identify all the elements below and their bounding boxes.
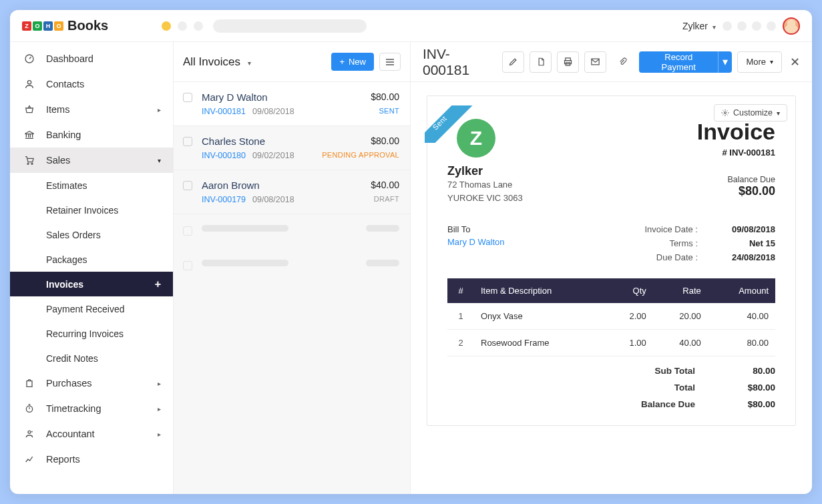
print-button[interactable] bbox=[557, 51, 579, 73]
detail-title: INV-000181 bbox=[423, 46, 495, 78]
invoice-totals: Sub Total80.00 Total$80.00 Balance Due$8… bbox=[447, 366, 775, 409]
logo-char: Z bbox=[22, 21, 31, 31]
basket-icon bbox=[22, 104, 37, 115]
sidebar-item-sales[interactable]: Sales▾ bbox=[10, 148, 173, 173]
topbar: Z O H O Books Zylker bbox=[10, 10, 812, 42]
person-icon bbox=[22, 79, 37, 89]
logo-char: O bbox=[33, 21, 42, 31]
invoice-list-row[interactable]: Mary D Walton$80.00 INV-00018109/08/2018… bbox=[174, 82, 410, 126]
sidebar-item-contacts[interactable]: Contacts bbox=[10, 71, 173, 97]
sidebar-item-timetracking[interactable]: Timetracking▸ bbox=[10, 396, 173, 421]
mail-button[interactable] bbox=[584, 51, 606, 73]
sidebar-sub-packages[interactable]: Packages bbox=[10, 247, 173, 272]
sidebar-item-banking[interactable]: Banking bbox=[10, 122, 173, 148]
balance-due-label: Balance Due bbox=[697, 175, 775, 184]
sidebar-item-items[interactable]: Items▸ bbox=[10, 97, 173, 122]
row-checkbox[interactable] bbox=[183, 137, 192, 146]
logo-char: O bbox=[54, 21, 63, 31]
skeleton-row bbox=[174, 214, 410, 249]
chevron-right-icon: ▸ bbox=[158, 380, 161, 387]
logo-char: H bbox=[43, 21, 53, 31]
row-checkbox[interactable] bbox=[183, 181, 192, 190]
document-number: # INV-000181 bbox=[697, 148, 775, 158]
record-payment-button[interactable]: Record Payment bbox=[639, 51, 718, 73]
window-controls bbox=[162, 21, 203, 31]
sidebar-sub-credit-notes[interactable]: Credit Notes bbox=[10, 346, 173, 370]
document-type: Invoice bbox=[697, 119, 775, 145]
org-selector[interactable]: Zylker bbox=[682, 21, 716, 31]
pdf-button[interactable] bbox=[530, 51, 552, 73]
edit-button[interactable] bbox=[502, 51, 524, 73]
chevron-down-icon: ▾ bbox=[158, 157, 161, 164]
sidebar-item-reports[interactable]: Reports bbox=[10, 447, 173, 472]
invoice-detail: INV-000181 Record Payment ▾ More▾ ✕ bbox=[411, 42, 812, 494]
svg-point-1 bbox=[27, 81, 31, 84]
sidebar-sub-payment-received[interactable]: Payment Received bbox=[10, 296, 173, 321]
sidebar-sub-estimates[interactable]: Estimates bbox=[10, 173, 173, 198]
chevron-right-icon: ▸ bbox=[158, 405, 161, 413]
cart-icon bbox=[22, 155, 37, 166]
svg-point-5 bbox=[28, 431, 31, 433]
sidebar-sub-invoices[interactable]: Invoices+ bbox=[10, 272, 173, 296]
sidebar-item-dashboard[interactable]: Dashboard bbox=[10, 46, 173, 71]
app-logo: Z O H O Books bbox=[22, 18, 108, 33]
status-ribbon: Sent bbox=[425, 105, 482, 143]
sidebar-item-purchases[interactable]: Purchases▸ bbox=[10, 370, 173, 396]
svg-point-10 bbox=[724, 112, 726, 114]
attachment-button[interactable] bbox=[612, 51, 634, 73]
line-item-row: 1Onyx Vase2.0020.0040.00 bbox=[447, 303, 775, 330]
user-avatar[interactable] bbox=[783, 17, 800, 35]
bill-to-link[interactable]: Mary D Walton bbox=[447, 237, 504, 247]
sidebar-item-accountant[interactable]: Accountant▸ bbox=[10, 421, 173, 447]
app-name: Books bbox=[67, 18, 108, 33]
invoice-list: All Invoices +New Mary D Walton$80.00 IN… bbox=[174, 42, 411, 494]
invoice-meta: Invoice Date :09/08/2018 Terms :Net 15 D… bbox=[644, 224, 775, 266]
sidebar-sub-sales-orders[interactable]: Sales Orders bbox=[10, 222, 173, 247]
record-payment-dropdown[interactable]: ▾ bbox=[718, 51, 732, 73]
sidebar-sub-retainer-invoices[interactable]: Retainer Invoices bbox=[10, 198, 173, 222]
invoice-document: Sent Customize▾ Z Zylker 72 Thomas Lane … bbox=[427, 95, 796, 426]
plus-icon: + bbox=[339, 57, 345, 67]
global-search-placeholder[interactable] bbox=[213, 19, 367, 33]
svg-point-3 bbox=[31, 163, 33, 164]
bill-to-label: Bill To bbox=[447, 224, 504, 234]
plus-icon[interactable]: + bbox=[155, 278, 161, 290]
more-button[interactable]: More▾ bbox=[737, 51, 782, 73]
chevron-right-icon: ▸ bbox=[158, 106, 161, 113]
invoice-list-row[interactable]: Charles Stone$80.00 INV-00018009/02/2018… bbox=[174, 126, 410, 170]
customize-button[interactable]: Customize▾ bbox=[714, 104, 787, 121]
invoice-list-row[interactable]: Aaron Brown$40.00 INV-00017909/08/2018DR… bbox=[174, 170, 410, 214]
row-checkbox[interactable] bbox=[183, 93, 192, 102]
chart-icon bbox=[22, 454, 37, 465]
bank-icon bbox=[22, 130, 37, 140]
line-item-row: 2Rosewood Frame1.0040.0080.00 bbox=[447, 330, 775, 356]
balance-due-amount: $80.00 bbox=[697, 184, 775, 198]
gear-icon bbox=[721, 109, 729, 117]
bag-icon bbox=[22, 378, 37, 389]
sidebar-sub-recurring-invoices[interactable]: Recurring Invoices bbox=[10, 321, 173, 346]
gauge-icon bbox=[22, 53, 37, 64]
chevron-right-icon: ▸ bbox=[158, 431, 161, 438]
skeleton-row bbox=[174, 249, 410, 284]
sidebar: Dashboard Contacts Items▸ Banking Sales▾… bbox=[10, 42, 174, 494]
svg-point-2 bbox=[27, 163, 29, 164]
list-filter-dropdown[interactable]: All Invoices bbox=[183, 55, 251, 69]
close-icon[interactable]: ✕ bbox=[790, 55, 800, 69]
new-invoice-button[interactable]: +New bbox=[331, 53, 374, 71]
stopwatch-icon bbox=[22, 403, 37, 414]
line-items-table: # Item & Description Qty Rate Amount 1On… bbox=[447, 278, 775, 356]
company-address: YUROKE VIC 3063 bbox=[447, 192, 523, 205]
company-address: 72 Thomas Lane bbox=[447, 178, 523, 192]
list-menu-button[interactable] bbox=[379, 53, 401, 71]
accountant-icon bbox=[22, 429, 37, 439]
company-name: Zylker bbox=[447, 164, 523, 178]
